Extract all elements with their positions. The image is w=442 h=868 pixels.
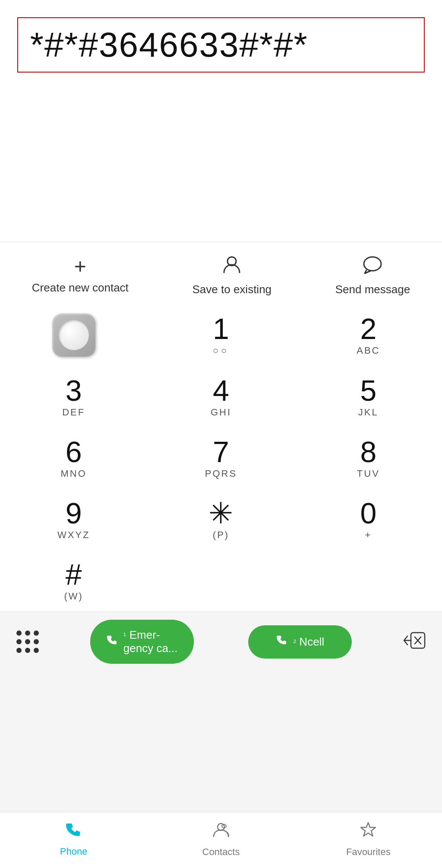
key-5[interactable]: 5 JKL xyxy=(295,366,442,428)
phone-call-icon xyxy=(106,634,119,650)
voicemail-inner xyxy=(59,320,89,350)
key-6[interactable]: 6 MNO xyxy=(0,428,147,489)
tab-favourites-label: Favourites xyxy=(346,846,391,858)
key-1[interactable]: 1 ○○ xyxy=(147,304,294,366)
action-row: + Create new contact Save to existing Se… xyxy=(0,242,442,304)
tab-bar: Phone Contacts Favourites xyxy=(0,812,442,868)
send-message-label: Send message xyxy=(335,283,410,296)
person-icon xyxy=(221,254,242,279)
svg-marker-7 xyxy=(361,823,376,836)
tab-contacts-label: Contacts xyxy=(202,846,240,858)
key-2[interactable]: 2 ABC xyxy=(295,304,442,366)
key-8[interactable]: 8 TUV xyxy=(295,428,442,489)
create-new-contact-label: Create new contact xyxy=(32,281,129,295)
key-voicemail[interactable] xyxy=(0,304,147,366)
bottom-action-bar: ¹ Emer-gency ca... ² Ncell xyxy=(0,611,442,672)
keypad-grid: 1 ○○ 2 ABC 3 DEF 4 GHI 5 JKL 6 MNO xyxy=(0,304,442,611)
tab-phone-label: Phone xyxy=(60,846,88,857)
tab-contacts[interactable]: Contacts xyxy=(147,821,294,858)
send-message-button[interactable]: Send message xyxy=(335,254,410,296)
key-star[interactable]: ✳ (P) xyxy=(147,489,294,550)
message-icon xyxy=(362,254,383,279)
sim2-badge: ² xyxy=(293,638,296,647)
phone-tab-icon xyxy=(65,821,82,843)
ncell-call-button[interactable]: ² Ncell xyxy=(248,625,352,659)
key-3[interactable]: 3 DEF xyxy=(0,366,147,428)
more-options-button[interactable] xyxy=(13,627,42,656)
backspace-button[interactable] xyxy=(400,627,429,657)
phone-call-icon-2 xyxy=(276,634,289,650)
key-4[interactable]: 4 GHI xyxy=(147,366,294,428)
key-hash[interactable]: # (W) xyxy=(0,550,147,611)
emergency-call-button[interactable]: ¹ Emer-gency ca... xyxy=(90,620,194,664)
save-to-existing-label: Save to existing xyxy=(193,283,272,296)
key-9[interactable]: 9 WXYZ xyxy=(0,489,147,550)
svg-point-1 xyxy=(364,257,381,271)
contacts-tab-icon xyxy=(212,821,230,843)
sim1-badge: ¹ xyxy=(123,631,126,640)
tab-favourites[interactable]: Favourites xyxy=(295,821,442,858)
key-7[interactable]: 7 PQRS xyxy=(147,428,294,489)
tab-phone[interactable]: Phone xyxy=(0,821,147,857)
dial-input[interactable]: *#*#3646633#*#* xyxy=(17,17,425,73)
keypad-section: 1 ○○ 2 ABC 3 DEF 4 GHI 5 JKL 6 MNO xyxy=(0,304,442,611)
emergency-call-label: ¹ Emer-gency ca... xyxy=(123,628,178,655)
star-tab-icon xyxy=(359,821,377,843)
dots-grid-icon xyxy=(16,630,39,653)
key-0[interactable]: 0 + xyxy=(295,489,442,550)
display-area: *#*#3646633#*#* xyxy=(0,0,442,242)
plus-icon: + xyxy=(74,256,86,277)
save-to-existing-button[interactable]: Save to existing xyxy=(193,254,272,296)
create-new-contact-button[interactable]: + Create new contact xyxy=(32,256,129,295)
voicemail-button[interactable] xyxy=(52,314,95,357)
ncell-call-label: ² Ncell xyxy=(293,635,324,649)
